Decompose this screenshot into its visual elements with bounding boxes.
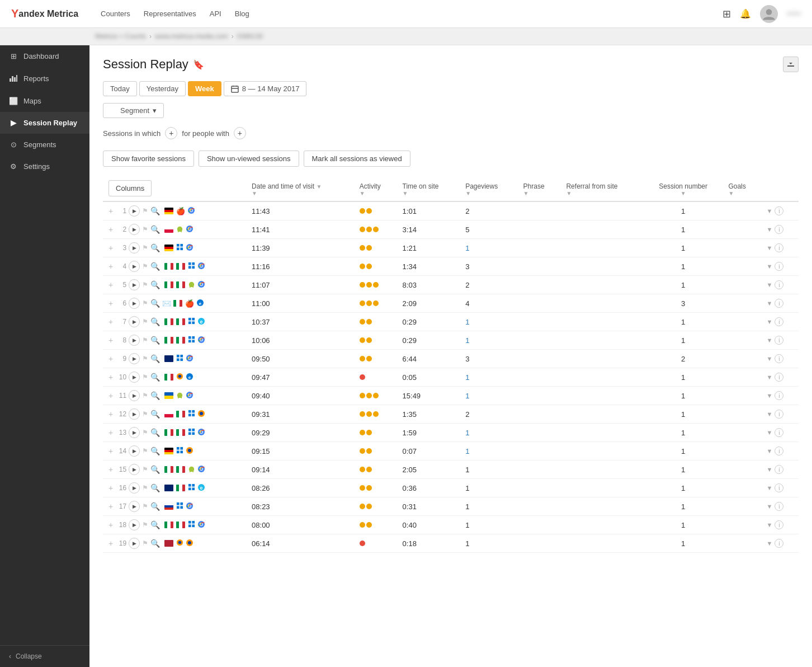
row-add-icon[interactable]: + <box>108 373 113 382</box>
export-button[interactable] <box>783 57 799 72</box>
row-info-button[interactable]: i <box>775 520 783 529</box>
row-filter-icon[interactable]: ▼ <box>766 300 772 307</box>
row-info-button[interactable]: i <box>775 410 783 419</box>
play-button[interactable]: ▶ <box>129 519 140 530</box>
row-info-button[interactable]: i <box>775 391 783 400</box>
row-info-button[interactable]: i <box>775 280 783 289</box>
row-info-button[interactable]: i <box>775 262 783 271</box>
flag-icon[interactable]: ⚑ <box>142 373 148 381</box>
columns-button[interactable]: Columns <box>108 180 152 196</box>
row-info-button[interactable]: i <box>775 483 783 492</box>
play-button[interactable]: ▶ <box>129 408 140 420</box>
row-filter-icon[interactable]: ▼ <box>766 318 772 325</box>
search-icon[interactable]: 🔍 <box>150 483 160 492</box>
row-filter-icon[interactable]: ▼ <box>766 448 772 454</box>
search-icon[interactable]: 🔍 <box>150 225 160 234</box>
play-button[interactable]: ▶ <box>129 242 140 253</box>
row-info-button[interactable]: i <box>775 336 783 345</box>
row-info-button[interactable]: i <box>775 206 783 215</box>
flag-icon[interactable]: ⚑ <box>142 262 148 270</box>
row-info-button[interactable]: i <box>775 373 783 382</box>
row-filter-icon[interactable]: ▼ <box>766 540 772 547</box>
flag-icon[interactable]: ⚑ <box>142 429 148 436</box>
search-icon[interactable]: 🔍 <box>150 206 160 215</box>
flag-icon[interactable]: ⚑ <box>142 484 148 492</box>
play-button[interactable]: ▶ <box>129 464 140 475</box>
flag-icon[interactable]: ⚑ <box>142 244 148 252</box>
row-add-icon[interactable]: + <box>108 206 113 215</box>
flag-icon[interactable]: ⚑ <box>142 355 148 363</box>
search-icon[interactable]: 🔍 <box>150 262 160 271</box>
segment-button[interactable]: Segment ▾ <box>103 103 164 118</box>
play-button[interactable]: ▶ <box>129 353 140 364</box>
bookmark-icon[interactable]: 🔖 <box>193 59 204 70</box>
flag-icon[interactable]: ⚑ <box>142 226 148 233</box>
logo[interactable]: Y andex Metrica <box>11 7 78 20</box>
row-add-icon[interactable]: + <box>108 225 113 234</box>
row-add-icon[interactable]: + <box>108 262 113 271</box>
search-icon[interactable]: 🔍 <box>150 502 160 511</box>
play-button[interactable]: ▶ <box>129 482 140 494</box>
search-icon[interactable]: 🔍 <box>150 520 160 529</box>
avatar[interactable] <box>760 5 778 23</box>
play-button[interactable]: ▶ <box>129 445 140 457</box>
col-pageviews-filter[interactable]: ▼ <box>465 190 512 196</box>
row-add-icon[interactable]: + <box>108 391 113 400</box>
play-button[interactable]: ▶ <box>129 224 140 235</box>
play-button[interactable]: ▶ <box>129 335 140 346</box>
row-filter-icon[interactable]: ▼ <box>766 429 772 436</box>
row-filter-icon[interactable]: ▼ <box>766 226 772 233</box>
row-info-button[interactable]: i <box>775 447 783 455</box>
row-filter-icon[interactable]: ▼ <box>766 208 772 214</box>
filter-add-button[interactable]: + <box>165 127 177 139</box>
play-button[interactable]: ▶ <box>129 261 140 272</box>
flag-icon[interactable]: ⚑ <box>142 539 148 547</box>
col-time-filter[interactable]: ▼ <box>403 190 455 196</box>
search-icon[interactable]: 🔍 <box>150 243 160 252</box>
date-range-button[interactable]: 8 — 14 May 2017 <box>224 81 307 96</box>
col-session-filter[interactable]: ▼ <box>649 190 717 196</box>
search-icon[interactable]: 🔍 <box>150 410 160 419</box>
flag-icon[interactable]: ⚑ <box>142 466 148 473</box>
flag-icon[interactable]: ⚑ <box>142 392 148 400</box>
show-unviewed-button[interactable]: Show un-viewed sessions <box>199 151 299 167</box>
play-button[interactable]: ▶ <box>129 316 140 327</box>
row-filter-icon[interactable]: ▼ <box>766 466 772 473</box>
flag-icon[interactable]: ⚑ <box>142 502 148 510</box>
row-add-icon[interactable]: + <box>108 299 113 308</box>
search-icon[interactable]: 🔍 <box>150 280 160 289</box>
search-icon[interactable]: 🔍 <box>150 391 160 400</box>
play-button[interactable]: ▶ <box>129 538 140 549</box>
sidebar-item-segments[interactable]: ⊙ Segments <box>0 134 89 156</box>
tab-yesterday[interactable]: Yesterday <box>139 81 186 96</box>
search-icon[interactable]: 🔍 <box>150 299 160 308</box>
breadcrumb-site[interactable]: www.metrica-media.com <box>155 32 228 40</box>
flag-icon[interactable]: ⚑ <box>142 281 148 289</box>
row-filter-icon[interactable]: ▼ <box>766 411 772 417</box>
sidebar-item-maps[interactable]: ⬜ Maps <box>0 90 89 112</box>
row-info-button[interactable]: i <box>775 502 783 511</box>
col-referral-filter[interactable]: ▼ <box>566 190 638 196</box>
pageview-link[interactable]: 1 <box>465 336 469 345</box>
sidebar-item-settings[interactable]: ⚙ Settings <box>0 156 89 177</box>
row-add-icon[interactable]: + <box>108 354 113 363</box>
play-button[interactable]: ▶ <box>129 427 140 438</box>
row-filter-icon[interactable]: ▼ <box>766 392 772 399</box>
search-icon[interactable]: 🔍 <box>150 373 160 382</box>
row-filter-icon[interactable]: ▼ <box>766 245 772 251</box>
row-add-icon[interactable]: + <box>108 447 113 455</box>
flag-icon[interactable]: ⚑ <box>142 207 148 215</box>
row-filter-icon[interactable]: ▼ <box>766 281 772 288</box>
row-filter-icon[interactable]: ▼ <box>766 374 772 381</box>
row-add-icon[interactable]: + <box>108 280 113 289</box>
flag-icon[interactable]: ⚑ <box>142 299 148 307</box>
grid-icon[interactable]: ⊞ <box>723 8 731 20</box>
col-datetime-filter[interactable]: ▼ <box>252 190 348 196</box>
sidebar-item-session-replay[interactable]: ▶ Session Replay <box>0 112 89 134</box>
pageview-link[interactable]: 1 <box>465 244 469 252</box>
row-add-icon[interactable]: + <box>108 465 113 474</box>
play-button[interactable]: ▶ <box>129 390 140 401</box>
nav-blog[interactable]: Blog <box>235 10 249 18</box>
search-icon[interactable]: 🔍 <box>150 447 160 455</box>
col-phrase-filter[interactable]: ▼ <box>523 190 555 196</box>
